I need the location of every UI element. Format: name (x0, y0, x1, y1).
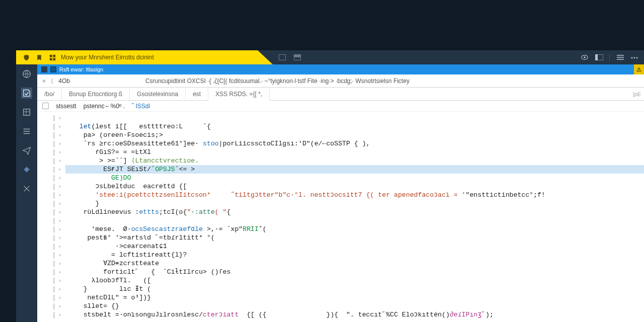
desktop-background: Mow your Mnrshent Eirrotts dcinint (0, 0, 644, 322)
code-line[interactable]: > >=ˆˆ] ⟨Ltancctvrectıoe. (65, 156, 644, 165)
svg-point-9 (634, 57, 635, 59)
activity-diamond-icon[interactable] (21, 164, 32, 175)
menu-icon[interactable] (617, 54, 624, 60)
gutter-line: |› (37, 174, 65, 182)
activity-box-icon[interactable] (21, 107, 32, 118)
titlebar-square-icon[interactable] (41, 66, 47, 72)
shield-icon (23, 54, 30, 61)
activity-selected-icon[interactable] (21, 88, 32, 99)
breadcrumb-text: Csruncupidtinit OXCSI ·{ .ζ{C[( fcditsuu… (145, 77, 410, 85)
code-line[interactable]: rùLdlineevus :ettts;tcI(o{"·:atte( "{ (65, 208, 644, 216)
path-seg-c[interactable]: ˜ ISSdi (132, 103, 150, 110)
tab-1[interactable]: Bsnup Ertocntiorg ß (62, 88, 130, 100)
tabs-right-label: |pE (633, 88, 641, 101)
activity-routes-icon[interactable] (21, 183, 32, 194)
more-icon[interactable] (631, 54, 638, 60)
grid-icon (49, 54, 56, 61)
gutter-line: |› (37, 122, 65, 131)
code-line[interactable]: sllet= {} (65, 302, 644, 310)
gutter-line: |› (37, 139, 65, 148)
gutter-line: |› (37, 268, 65, 276)
titlebar-square2-icon[interactable] (50, 66, 56, 72)
gutter: |›|›|›|›|›|›|›|›|›|›|›|›|›|›|›|›|›|›|›|›… (37, 112, 65, 322)
tab-3-label: est (193, 91, 201, 98)
code-line[interactable]: netcDlL" = o³])} (65, 293, 644, 302)
notification-banner[interactable]: Mow your Mnrshent Eirrotts dcinint (16, 50, 644, 64)
editor-pane: |›|›|›|›|›|›|›|›|›|›|›|›|›|›|›|›|›|›|›|›… (37, 112, 644, 322)
code-area[interactable]: let(lest i[[ esttttreo:L ˆ{ pa> (oreen·F… (65, 112, 644, 322)
tab-2-label: Gsostelexinsna (137, 91, 178, 98)
gutter-line: |› (37, 199, 65, 208)
window-icon[interactable] (279, 54, 286, 60)
tab-4-label: XSS RSDS. ={[ *, (215, 91, 262, 98)
code-line[interactable]: ESғJT SEıSt/ˆOPSJSˆ<= > (65, 165, 644, 174)
code-line[interactable]: pa> (oreen·Fsoecis;> (65, 131, 644, 139)
code-line[interactable]: ·>cearcenatɕ1 (65, 242, 644, 251)
gutter-line: |› (37, 259, 65, 268)
code-line[interactable]: ŕGıS?= = ≈ĿtXl (65, 148, 644, 156)
svg-rect-7 (595, 54, 598, 60)
breadcrumb-path[interactable]: Csruncupidtinit OXCSI ·{ .ζ{C[( fcditsuu… (75, 77, 644, 85)
svg-rect-12 (24, 109, 30, 116)
layout-icon[interactable] (595, 54, 602, 60)
code-line[interactable] (65, 216, 644, 225)
gutter-line: |› (37, 114, 65, 122)
code-line[interactable]: ˆrs ≥rc:oeSDseasittete61°]ee· stoo|porLi… (65, 139, 644, 148)
gutter-line: |› (37, 285, 65, 293)
svg-point-10 (636, 57, 638, 59)
gutter-line: |› (37, 225, 65, 233)
tab-2[interactable]: Gsostelexinsna (130, 88, 186, 100)
banner-mid-icons (279, 50, 301, 64)
svg-point-5 (584, 56, 586, 58)
code-line[interactable]: } lıc Ɨt ( (65, 285, 644, 293)
banner-left-icons (16, 54, 56, 61)
titlebar-warn-icon[interactable]: ⚠ (634, 64, 644, 74)
code-line[interactable]: 'stee:i(pcettcttzsenlIitcson* ˜tiltgɔtte… (65, 191, 644, 199)
svg-rect-1 (53, 54, 55, 57)
svg-rect-3 (53, 58, 55, 60)
code-line[interactable]: ∀ZD≖zcrstteate (65, 259, 644, 268)
gutter-line: |› (37, 251, 65, 259)
gutter-line: |› (37, 131, 65, 139)
editor-area: Rsft ewar: Itlasign ⚠ × ⟨ 4Ob Csruncupid… (16, 64, 644, 322)
tab-4[interactable]: XSS RSDS. ={[ *, (208, 88, 270, 101)
gutter-line: |› (37, 293, 65, 302)
activity-send-icon[interactable] (21, 145, 32, 156)
svg-point-8 (631, 57, 633, 59)
activity-list-icon[interactable] (21, 126, 32, 137)
close-tab-icon[interactable]: × (42, 77, 46, 85)
tab-3[interactable]: est (186, 88, 208, 100)
gutter-line: |› (37, 148, 65, 156)
code-line[interactable]: let(lest i[[ esttttreo:L ˆ{ (65, 122, 644, 131)
code-line[interactable]: ɔsLbeltduc eacrettd {[ (65, 182, 644, 191)
code-line[interactable]: GE)DO (65, 174, 644, 182)
banner-strip: Mow your Mnrshent Eirrotts dcinint (16, 50, 644, 64)
panel-icon[interactable] (294, 54, 301, 60)
code-line[interactable]: stsbelt =·onɿsonguJılrosnlesc/cterɔiatt … (65, 310, 644, 319)
svg-rect-2 (50, 58, 52, 60)
module-icon (42, 103, 49, 109)
gutter-line: |› (37, 242, 65, 251)
gutter-line: |› (37, 302, 65, 310)
tab-0[interactable]: /bo/ (37, 88, 62, 100)
code-line[interactable]: = lcftistireatt{l}? (65, 251, 644, 259)
code-line[interactable]: λloobɔfTl. ([ (65, 276, 644, 285)
code-line[interactable]: pestʙ° '>≂artsɩd ˝≈tbɾrltitt* °( (65, 233, 644, 242)
activity-globe-icon[interactable] (21, 68, 32, 79)
back-icon[interactable]: ⟨ (51, 77, 53, 85)
tab-0-label: /bo/ (44, 91, 54, 98)
path-seg-b[interactable]: pstennc←%0º . (84, 103, 125, 110)
gutter-line: |› (37, 156, 65, 165)
titlebar-title: Rsft ewar: Itlasign (59, 66, 103, 72)
gutter-line: |› (37, 191, 65, 199)
code-line[interactable] (65, 114, 644, 122)
file-titlebar: Rsft ewar: Itlasign ⚠ (37, 64, 644, 74)
code-line[interactable]: } (65, 199, 644, 208)
banner-text: Mow your Mnrshent Eirrotts dcinint (56, 54, 154, 61)
code-line[interactable]: forticlt˝ { ˆCiƚtɪlrcu> ()ſes (65, 268, 644, 276)
eye-icon[interactable] (581, 54, 588, 60)
banner-right-icons (581, 50, 638, 64)
separator-icon (609, 54, 610, 61)
path-seg-a[interactable]: stssestt (56, 103, 76, 110)
code-line[interactable]: 'mese. Ø·ocsSescastzraefɑle >,·= ˆxp"RRI… (65, 225, 644, 233)
